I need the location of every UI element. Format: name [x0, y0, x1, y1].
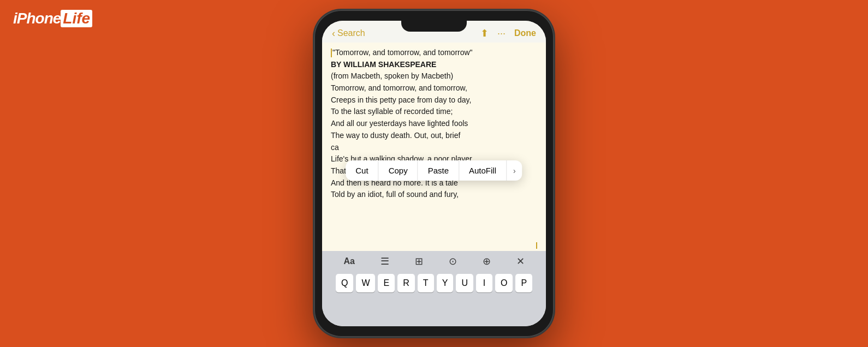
draw-button[interactable]: ⊕	[483, 255, 491, 267]
key-u[interactable]: U	[456, 274, 473, 292]
nav-left[interactable]: ‹ Search	[332, 28, 365, 39]
autofill-button[interactable]: AutoFill	[459, 160, 507, 181]
more-icon[interactable]: ···	[497, 28, 506, 39]
note-line-3: (from Macbeth, spoken by Macbeth)	[331, 70, 537, 82]
paste-button[interactable]: Paste	[418, 160, 459, 181]
close-keyboard-button[interactable]: ✕	[516, 255, 525, 267]
more-options-button[interactable]: ›	[507, 161, 522, 181]
key-t[interactable]: T	[418, 274, 434, 292]
share-icon[interactable]: ⬆	[480, 27, 489, 39]
note-line-5: Creeps in this petty pace from day to da…	[331, 94, 537, 106]
back-chevron-icon[interactable]: ‹	[332, 28, 335, 39]
key-w[interactable]: W	[356, 274, 375, 292]
keyboard-area: Q W E R T Y U I O P	[322, 272, 546, 326]
key-o[interactable]: O	[495, 274, 513, 292]
camera-button[interactable]: ⊙	[449, 255, 457, 267]
list-format-button[interactable]: ☰	[381, 255, 389, 267]
key-i[interactable]: I	[476, 274, 492, 292]
table-button[interactable]: ⊞	[415, 255, 423, 267]
logo: iPhoneLife	[13, 10, 92, 27]
keyboard-row-1: Q W E R T Y U I O P	[324, 274, 544, 292]
note-content[interactable]: "Tomorrow, and tomorrow, and tomorrow" B…	[322, 43, 546, 251]
logo-life-text: Life	[61, 10, 92, 27]
nav-right: ⬆ ··· Done	[480, 27, 536, 39]
key-r[interactable]: R	[397, 274, 415, 292]
note-line-4: Tomorrow, and tomorrow, and tomorrow,	[331, 82, 537, 94]
note-line-1: "Tomorrow, and tomorrow, and tomorrow"	[331, 47, 537, 59]
phone-notch	[401, 21, 467, 32]
phone-screen: ‹ Search ⬆ ··· Done "Tomorrow, and tomor…	[322, 21, 546, 326]
key-q[interactable]: Q	[336, 274, 353, 292]
note-line-7: And all our yesterdays have lighted fool…	[331, 118, 537, 130]
copy-button[interactable]: Copy	[379, 160, 418, 181]
note-line-9: ca	[331, 142, 537, 154]
toolbar: Aa ☰ ⊞ ⊙ ⊕ ✕	[322, 251, 546, 272]
search-button[interactable]: Search	[337, 28, 365, 38]
cut-button[interactable]: Cut	[346, 160, 378, 181]
note-line-13: Told by an idiot, full of sound and fury…	[331, 189, 537, 201]
context-menu: Cut Copy Paste AutoFill ›	[346, 160, 522, 181]
phone-frame: ‹ Search ⬆ ··· Done "Tomorrow, and tomor…	[314, 10, 554, 337]
done-button[interactable]: Done	[514, 28, 536, 38]
note-line-6: To the last syllable of recorded time;	[331, 106, 537, 118]
key-y[interactable]: Y	[437, 274, 454, 292]
logo-iphone-text: iPhone	[13, 10, 61, 27]
key-e[interactable]: E	[378, 274, 395, 292]
text-cursor	[331, 49, 332, 57]
font-format-button[interactable]: Aa	[343, 256, 354, 266]
note-line-2: BY WILLIAM SHAKESPEARE	[331, 59, 537, 71]
key-p[interactable]: P	[515, 274, 532, 292]
note-line-8: The way to dusty death. Out, out, brief	[331, 130, 537, 142]
selection-handle	[536, 242, 537, 249]
phone-container: ‹ Search ⬆ ··· Done "Tomorrow, and tomor…	[303, 4, 565, 343]
